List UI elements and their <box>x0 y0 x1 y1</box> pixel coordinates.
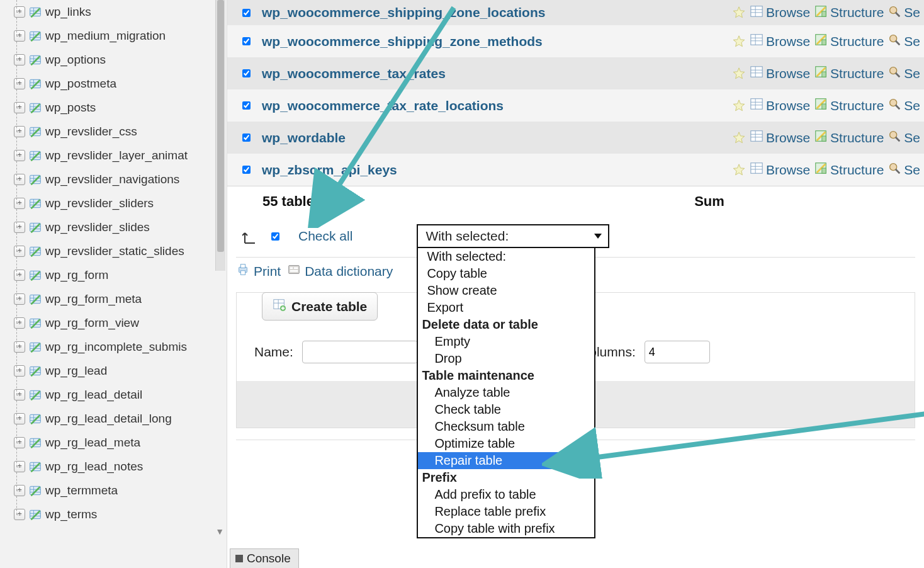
browse-link[interactable]: Browse <box>750 4 810 21</box>
expand-icon[interactable] <box>14 102 25 113</box>
row-checkbox[interactable] <box>242 9 251 17</box>
expand-icon[interactable] <box>14 54 25 65</box>
dropdown-option[interactable]: Show create <box>418 282 594 299</box>
num-columns-input[interactable] <box>645 341 710 363</box>
favorite-icon[interactable] <box>732 35 746 48</box>
expand-icon[interactable] <box>14 317 25 329</box>
search-link[interactable]: Se <box>887 4 920 21</box>
sidebar-table-item[interactable]: wp_rg_form_view <box>14 311 227 335</box>
data-dictionary-link[interactable]: Data dictionary <box>287 263 393 280</box>
sidebar-table-item[interactable]: wp_rg_incomplete_submis <box>14 335 227 359</box>
sidebar-table-item[interactable]: wp_revslider_css <box>14 120 227 144</box>
dropdown-option[interactable]: Copy table with prefix <box>418 520 594 537</box>
sidebar-table-item[interactable]: wp_rg_lead_notes <box>14 455 227 479</box>
structure-link[interactable]: Structure <box>814 65 884 82</box>
row-checkbox[interactable] <box>242 37 251 45</box>
dropdown-option[interactable]: Drop <box>418 350 594 367</box>
expand-icon[interactable] <box>14 365 25 377</box>
dropdown-option[interactable]: Replace table prefix <box>418 503 594 520</box>
expand-icon[interactable] <box>14 509 25 520</box>
favorite-icon[interactable] <box>732 6 746 20</box>
dropdown-option[interactable]: Analyze table <box>418 384 594 401</box>
expand-icon[interactable] <box>14 270 25 281</box>
browse-link[interactable]: Browse <box>750 65 810 82</box>
expand-icon[interactable] <box>14 150 25 161</box>
structure-link[interactable]: Structure <box>814 4 884 21</box>
expand-icon[interactable] <box>14 30 25 42</box>
table-name-link[interactable]: wp_wordable <box>262 130 732 145</box>
sidebar-table-item[interactable]: wp_posts <box>14 96 227 120</box>
dropdown-option[interactable]: Export <box>418 299 594 316</box>
expand-icon[interactable] <box>14 389 25 400</box>
dropdown-option[interactable]: Optimize table <box>418 435 594 452</box>
table-name-input[interactable] <box>302 341 418 363</box>
expand-icon[interactable] <box>14 485 25 496</box>
search-link[interactable]: Se <box>887 97 920 114</box>
dropdown-option[interactable]: With selected: <box>418 248 594 265</box>
table-name-link[interactable]: wp_woocommerce_tax_rates <box>262 66 732 81</box>
browse-link[interactable]: Browse <box>750 161 810 178</box>
search-link[interactable]: Se <box>887 161 920 178</box>
structure-link[interactable]: Structure <box>814 129 884 146</box>
browse-link[interactable]: Browse <box>750 33 810 50</box>
dropdown-option[interactable]: Copy table <box>418 265 594 282</box>
search-link[interactable]: Se <box>887 65 920 82</box>
expand-icon[interactable] <box>14 413 25 424</box>
search-link[interactable]: Se <box>887 33 920 50</box>
sidebar-table-item[interactable]: wp_postmeta <box>14 72 227 96</box>
sidebar-table-item[interactable]: wp_rg_form <box>14 263 227 287</box>
expand-icon[interactable] <box>14 246 25 257</box>
row-checkbox[interactable] <box>242 166 251 174</box>
expand-icon[interactable] <box>14 198 25 209</box>
sidebar-table-item[interactable]: wp_rg_lead_detail <box>14 383 227 407</box>
favorite-icon[interactable] <box>732 163 746 177</box>
table-name-link[interactable]: wp_woocommerce_shipping_zone_locations <box>262 5 732 20</box>
scroll-down-icon[interactable]: ▼ <box>215 526 224 537</box>
expand-icon[interactable] <box>14 222 25 233</box>
sidebar-table-item[interactable]: wp_revslider_layer_animat <box>14 144 227 168</box>
dropdown-option[interactable]: Check table <box>418 401 594 418</box>
sidebar-table-item[interactable]: wp_rg_form_meta <box>14 287 227 311</box>
expand-icon[interactable] <box>14 174 25 185</box>
expand-icon[interactable] <box>14 341 25 353</box>
sidebar-table-item[interactable]: wp_terms <box>14 503 227 526</box>
browse-link[interactable]: Browse <box>750 97 810 114</box>
console-tab[interactable]: Console <box>230 548 299 568</box>
sidebar-table-item[interactable]: wp_options <box>14 48 227 72</box>
expand-icon[interactable] <box>14 461 25 472</box>
expand-icon[interactable] <box>14 6 25 18</box>
check-all-link[interactable]: Check all <box>298 229 352 244</box>
table-name-link[interactable]: wp_woocommerce_shipping_zone_methods <box>262 34 732 49</box>
sidebar-table-item[interactable]: wp_rg_lead <box>14 359 227 383</box>
structure-link[interactable]: Structure <box>814 97 884 114</box>
expand-icon[interactable] <box>14 126 25 137</box>
check-all-checkbox[interactable] <box>271 232 279 241</box>
sidebar-table-item[interactable]: wp_links <box>14 0 227 24</box>
expand-icon[interactable] <box>14 78 25 89</box>
favorite-icon[interactable] <box>732 131 746 145</box>
sidebar-table-item[interactable]: wp_revslider_slides <box>14 215 227 239</box>
sidebar-table-item[interactable]: wp_rg_lead_detail_long <box>14 407 227 431</box>
dropdown-option[interactable]: Checksum table <box>418 418 594 435</box>
dropdown-option[interactable]: Add prefix to table <box>418 486 594 503</box>
dropdown-option[interactable]: Repair table <box>418 452 594 469</box>
expand-icon[interactable] <box>14 293 25 305</box>
table-name-link[interactable]: wp_zbscrm_api_keys <box>262 162 732 178</box>
sidebar-table-item[interactable]: wp_termmeta <box>14 479 227 503</box>
sidebar-table-item[interactable]: wp_revslider_sliders <box>14 191 227 215</box>
table-name-link[interactable]: wp_woocommerce_tax_rate_locations <box>262 98 732 113</box>
sidebar-table-item[interactable]: wp_medium_migration <box>14 24 227 48</box>
create-table-button[interactable]: Create table <box>262 292 378 321</box>
sidebar-table-item[interactable]: wp_revslider_static_slides <box>14 239 227 263</box>
search-link[interactable]: Se <box>887 129 920 146</box>
structure-link[interactable]: Structure <box>814 33 884 50</box>
browse-link[interactable]: Browse <box>750 129 810 146</box>
row-checkbox[interactable] <box>242 69 251 77</box>
row-checkbox[interactable] <box>242 101 251 110</box>
sidebar-scrollbar[interactable] <box>215 0 225 271</box>
favorite-icon[interactable] <box>732 99 746 113</box>
with-selected-dropdown[interactable]: With selected: <box>417 224 609 248</box>
sidebar-table-item[interactable]: wp_rg_lead_meta <box>14 431 227 455</box>
expand-icon[interactable] <box>14 437 25 448</box>
print-link[interactable]: Print <box>236 263 281 280</box>
